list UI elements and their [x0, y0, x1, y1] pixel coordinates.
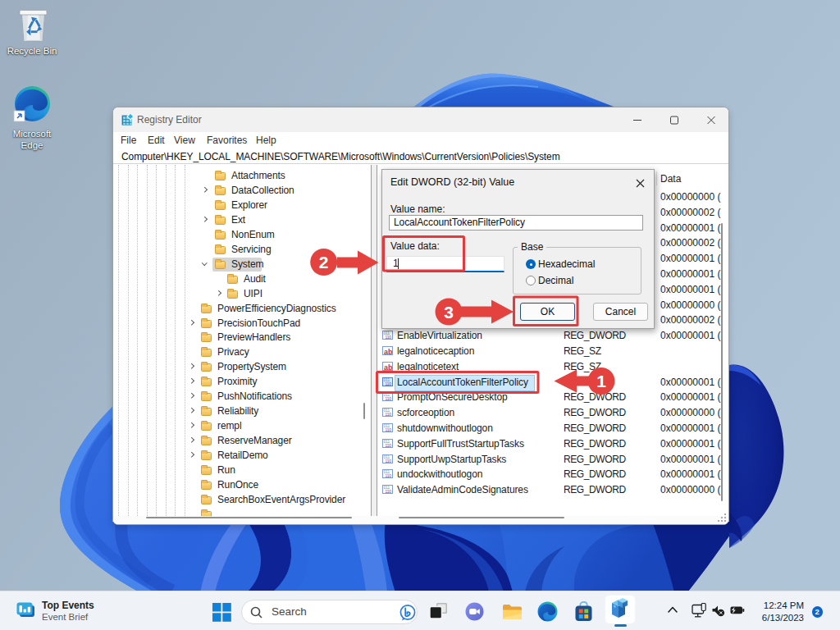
svg-text:3: 3 — [444, 303, 454, 322]
svg-text:1: 1 — [596, 372, 606, 390]
svg-text:2: 2 — [319, 253, 329, 272]
